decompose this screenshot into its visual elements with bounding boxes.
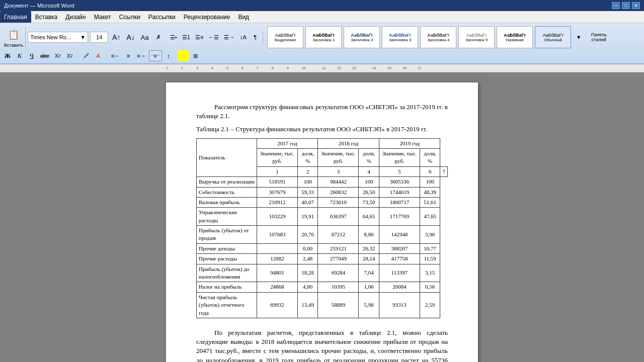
decrease-indent-btn[interactable]: ←☰ bbox=[206, 32, 221, 43]
table-row: Выручка от реализации5185911009844421003… bbox=[197, 177, 448, 187]
font-dropdown-icon[interactable]: ▼ bbox=[80, 34, 86, 40]
style-heading1[interactable]: АаБбВаГг Заголовок 1 bbox=[305, 26, 342, 48]
border-btn[interactable]: ⊞ bbox=[190, 50, 201, 61]
title-bar: Документ — Microsoft Word — □ ✕ bbox=[0, 0, 644, 11]
font-size-value: 14 bbox=[96, 34, 102, 40]
font-grow-btn[interactable]: A↑ bbox=[110, 32, 122, 43]
sub-header-val3: Значение, тыс. руб. bbox=[379, 148, 420, 166]
sort-btn[interactable]: ↕A bbox=[237, 32, 249, 43]
highlight-color-btn[interactable]: 🖊️ bbox=[80, 50, 92, 61]
col-num1: 1 bbox=[257, 166, 298, 176]
align-right-btn[interactable]: ≡→ bbox=[135, 50, 147, 61]
superscript-btn[interactable]: X2 bbox=[64, 50, 75, 61]
shading-btn[interactable] bbox=[178, 50, 189, 61]
ribbon: 📋 Вставить Times New Ro... ▼ 14 A↑ A↓ Aa… bbox=[0, 23, 644, 64]
font-size-box[interactable]: 14 bbox=[90, 32, 108, 43]
font-name-box[interactable]: Times New Ro... ▼ bbox=[28, 32, 88, 43]
strikethrough-btn[interactable]: abc bbox=[38, 50, 51, 61]
col-num2: 2 bbox=[297, 166, 318, 176]
sub-header-pct1: доля, % bbox=[297, 148, 318, 166]
sub-header-pct3: доля, % bbox=[420, 148, 440, 166]
col-num7: 7 bbox=[440, 166, 448, 176]
menu-home[interactable]: Главная bbox=[0, 11, 31, 23]
menu-refs[interactable]: Ссылки bbox=[115, 11, 144, 23]
list-group: ☰• ☰1 ☰≡ ←☰ ☰→ ↕A ¶ bbox=[166, 32, 264, 43]
style-highlight[interactable]: АаБбВаГг Выделение bbox=[267, 26, 303, 48]
paste-group: 📋 Вставить bbox=[2, 27, 26, 48]
styles-panel-btn[interactable]: Панель стилей bbox=[586, 32, 611, 43]
window-controls: — □ ✕ bbox=[612, 2, 640, 9]
table-row: Прочие доходы0,0025912126,3238820710,77 bbox=[197, 243, 448, 253]
underline-btn[interactable]: Ч bbox=[26, 50, 37, 61]
year-2019-header: 2019 год bbox=[379, 138, 440, 148]
menu-review[interactable]: Рецензирование bbox=[180, 11, 234, 23]
maximize-btn[interactable]: □ bbox=[622, 2, 630, 9]
styles-expand-btn[interactable]: ▼ bbox=[573, 32, 584, 43]
table-row: Управленческие расходы10322919,916363976… bbox=[197, 208, 448, 226]
col-num3: 3 bbox=[318, 166, 359, 176]
menu-insert[interactable]: Вставка bbox=[31, 11, 62, 23]
col-num4: 4 bbox=[359, 166, 379, 176]
table-title: Таблица 2.1 – Структура финансовых резул… bbox=[196, 125, 448, 134]
style-title[interactable]: АаБбВаГг Название bbox=[497, 26, 533, 48]
year-2018-header: 2018 год bbox=[318, 138, 379, 148]
table-row: Налог на прибыль248684,80103951,06200840… bbox=[197, 282, 448, 292]
intro-paragraph: Рассмотрим структуру финансовых результа… bbox=[196, 103, 448, 121]
page: Рассмотрим структуру финансовых результа… bbox=[166, 82, 478, 362]
title-text: Документ — Microsoft Word bbox=[4, 3, 74, 9]
font-shrink-btn[interactable]: A↓ bbox=[125, 32, 137, 43]
table-row: Чистая прибыль (убыток) отчетного года69… bbox=[197, 292, 448, 318]
col-num5: 5 bbox=[379, 166, 420, 176]
document-area: Рассмотрим структуру финансовых результа… bbox=[0, 72, 644, 362]
conclusion-paragraph: По результатам расчетов, представленных … bbox=[196, 328, 448, 362]
year-2017-header: 2017 год bbox=[257, 138, 318, 148]
close-btn[interactable]: ✕ bbox=[632, 2, 640, 9]
col-num6: 6 bbox=[420, 166, 440, 176]
menu-mailings[interactable]: Рассылки bbox=[144, 11, 180, 23]
italic-btn[interactable]: К bbox=[14, 50, 25, 61]
increase-indent-btn[interactable]: ☰→ bbox=[222, 32, 236, 43]
table-header-indicator: Показатель bbox=[197, 138, 257, 177]
sub-header-val2: Значение, тыс. руб. bbox=[318, 148, 359, 166]
clear-format-btn[interactable]: ✗ bbox=[153, 32, 164, 43]
style-heading5[interactable]: АаБбВаГг Заголовок 5 bbox=[458, 26, 495, 48]
menu-view[interactable]: Вид bbox=[234, 11, 253, 23]
style-normal[interactable]: АаБбВаГг Обычный bbox=[535, 26, 571, 48]
text-color-btn[interactable]: A bbox=[93, 50, 104, 61]
style-heading4[interactable]: АаБбВаГг Заголовок 4 bbox=[420, 26, 456, 48]
number-list-btn[interactable]: ☰1 bbox=[180, 32, 192, 43]
menu-design[interactable]: Дизайн bbox=[61, 11, 90, 23]
style-heading2[interactable]: АаБбВаГг Заголовок 2 bbox=[344, 26, 380, 48]
minimize-btn[interactable]: — bbox=[612, 2, 620, 9]
style-heading3[interactable]: АаБбВаГг Заголовок 3 bbox=[382, 26, 418, 48]
sub-header-val1: Значение, тыс. руб. bbox=[257, 148, 298, 166]
table-row: Валовая прибыль21091240,6772361073,50186… bbox=[197, 197, 448, 207]
bold-btn[interactable]: Ж bbox=[2, 50, 13, 61]
data-table: Показатель 2017 год 2018 год 2019 год Зн… bbox=[196, 138, 448, 318]
paste-label: Вставить bbox=[4, 43, 23, 48]
align-left-btn[interactable]: ≡← bbox=[109, 50, 122, 61]
change-case-btn[interactable]: Aa bbox=[139, 32, 151, 43]
table-row: Прибыль (убыток) от продаж10768320,76872… bbox=[197, 226, 448, 244]
menu-bar: Главная Вставка Дизайн Макет Ссылки Расс… bbox=[0, 11, 644, 23]
align-center-btn[interactable]: ≡ bbox=[123, 50, 134, 61]
paste-btn[interactable]: 📋 bbox=[5, 27, 23, 43]
table-row: Прочие расходы128822,4827704928,14417758… bbox=[197, 254, 448, 264]
font-name-value: Times New Ro... bbox=[30, 34, 71, 40]
formatting-row: Ж К Ч abc X2 X2 🖊️ A ≡← ≡ ≡→ ⁻≡⁻ ↕ ⊞ bbox=[2, 50, 642, 61]
align-justify-btn[interactable]: ⁻≡⁻ bbox=[149, 50, 162, 61]
styles-area: АаБбВаГг Выделение АаБбВаГг Заголовок 1 … bbox=[265, 25, 642, 49]
bullet-list-btn[interactable]: ☰• bbox=[168, 32, 179, 43]
table-row: Прибыль (убыток) до налогообложения94801… bbox=[197, 264, 448, 282]
multilevel-list-btn[interactable]: ☰≡ bbox=[193, 32, 205, 43]
subscript-btn[interactable]: X2 bbox=[52, 50, 63, 61]
ruler: 1 2 3 4 5 6 7 8 9 10 11 12 13 14 15 16 1… bbox=[0, 64, 644, 72]
menu-layout[interactable]: Макет bbox=[90, 11, 115, 23]
table-row: Себестоимость30767959,3326083226,5017446… bbox=[197, 187, 448, 197]
line-spacing-btn[interactable]: ↕ bbox=[163, 50, 174, 61]
show-marks-btn[interactable]: ¶ bbox=[250, 32, 261, 43]
sub-header-pct2: доля, % bbox=[359, 148, 379, 166]
